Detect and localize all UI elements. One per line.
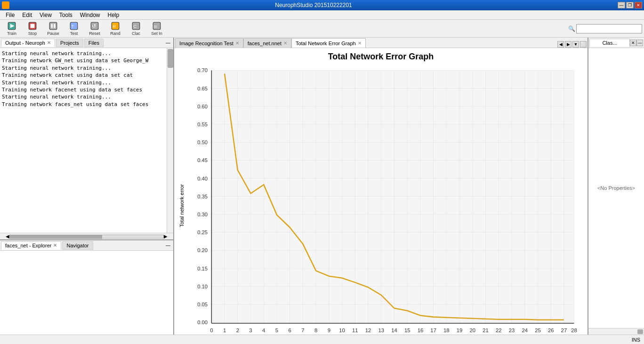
tab-dropdown[interactable]: ▼ bbox=[572, 41, 579, 48]
svg-text:0.25: 0.25 bbox=[197, 229, 208, 235]
train-label: Train bbox=[7, 31, 16, 36]
reset-label: Reset bbox=[89, 31, 100, 36]
right-scroll bbox=[588, 328, 644, 335]
right-panel-content: <No Properties> bbox=[588, 48, 644, 328]
image-recognition-close[interactable]: ✕ bbox=[235, 41, 239, 46]
tab-scroll-left[interactable]: ◀ bbox=[557, 41, 564, 48]
total-error-label: Total Network Error Graph bbox=[296, 41, 356, 46]
explorer-minimize-btn[interactable]: — bbox=[164, 242, 172, 249]
menu-view[interactable]: View bbox=[36, 11, 56, 19]
tab-explorer[interactable]: faces_net - Explorer ✕ bbox=[1, 241, 61, 250]
svg-text:27: 27 bbox=[561, 328, 567, 333]
output-minimize-btn[interactable]: — bbox=[164, 39, 172, 46]
right-panel-close[interactable]: ✕ bbox=[630, 40, 636, 46]
setin-button[interactable]: SI Set In bbox=[147, 21, 167, 37]
test-button[interactable]: T Test bbox=[64, 21, 84, 37]
rand-icon: R bbox=[110, 21, 121, 31]
scroll-right-arrow[interactable]: ▶ bbox=[164, 234, 168, 239]
right-panel-minimize[interactable]: — bbox=[636, 40, 643, 46]
svg-text:↺: ↺ bbox=[92, 23, 96, 29]
svg-text:3: 3 bbox=[249, 328, 252, 333]
horizontal-scrollbar[interactable]: ◀ ▶ bbox=[0, 233, 173, 239]
svg-rect-6 bbox=[54, 24, 55, 28]
vertical-scrollbar[interactable] bbox=[167, 48, 173, 233]
restore-btn[interactable]: ❐ bbox=[626, 2, 634, 8]
tab-files[interactable]: Files bbox=[84, 39, 104, 47]
svg-rect-4 bbox=[49, 22, 57, 30]
scroll-track[interactable] bbox=[9, 235, 164, 238]
right-panel: Clas... ✕ — <No Properties> bbox=[588, 38, 644, 335]
svg-text:24: 24 bbox=[522, 328, 528, 333]
tab-faces-net[interactable]: faces_net.nnet ✕ bbox=[243, 38, 291, 48]
svg-text:0.05: 0.05 bbox=[197, 302, 208, 307]
app-icon bbox=[2, 1, 9, 9]
right-scrollbar-thumb[interactable] bbox=[637, 329, 643, 334]
stop-button[interactable]: Stop bbox=[23, 21, 42, 37]
svg-text:4: 4 bbox=[262, 328, 265, 333]
chart-inner: 0.70 0.65 0.60 0.55 0.50 0.45 0.40 0.35 … bbox=[187, 66, 584, 335]
scroll-left-arrow[interactable]: ◀ bbox=[6, 234, 9, 239]
rand-button[interactable]: R Rand bbox=[105, 21, 125, 37]
svg-text:0.10: 0.10 bbox=[197, 284, 208, 289]
svg-text:R: R bbox=[113, 24, 115, 29]
log-line: Starting neural network training... bbox=[2, 79, 171, 86]
main-layout: Output - Neuroph ✕ Projects Files — Star… bbox=[0, 38, 644, 335]
svg-text:18: 18 bbox=[443, 328, 450, 333]
tab-total-network-error[interactable]: Total Network Error Graph ✕ bbox=[291, 38, 366, 48]
svg-text:1: 1 bbox=[223, 328, 226, 333]
explorer-tab-bar: faces_net - Explorer ✕ Navigator — bbox=[0, 240, 173, 251]
center-panel: Image Recognition Test ✕ faces_net.nnet … bbox=[174, 38, 588, 335]
menu-edit[interactable]: Edit bbox=[18, 11, 36, 19]
faces-net-label: faces_net.nnet bbox=[248, 41, 282, 46]
log-line: Training network facenet using data set … bbox=[2, 86, 171, 93]
tab-maximize[interactable]: ⬜ bbox=[580, 41, 587, 48]
svg-text:12: 12 bbox=[365, 328, 371, 333]
tab-navigator[interactable]: Navigator bbox=[62, 241, 93, 250]
svg-text:16: 16 bbox=[418, 328, 424, 333]
output-tab-close[interactable]: ✕ bbox=[47, 40, 51, 45]
faces-net-close[interactable]: ✕ bbox=[283, 41, 287, 46]
svg-text:5: 5 bbox=[275, 328, 278, 333]
right-tab-class[interactable]: Clas... bbox=[589, 39, 630, 47]
svg-text:C: C bbox=[133, 24, 137, 29]
explorer-tab-label: faces_net - Explorer bbox=[5, 243, 51, 248]
svg-text:22: 22 bbox=[496, 328, 502, 333]
svg-text:6: 6 bbox=[289, 328, 291, 333]
clac-button[interactable]: C Clac bbox=[126, 21, 146, 37]
svg-text:0.70: 0.70 bbox=[197, 67, 208, 73]
svg-text:SI: SI bbox=[153, 25, 157, 29]
svg-text:0.30: 0.30 bbox=[197, 212, 208, 217]
pause-button[interactable]: Pause bbox=[43, 21, 63, 37]
train-icon bbox=[7, 21, 17, 31]
log-line: Training network catnet using data set c… bbox=[2, 72, 171, 79]
svg-text:23: 23 bbox=[509, 328, 515, 333]
train-button[interactable]: Train bbox=[2, 21, 22, 37]
reset-button[interactable]: ↺ Reset bbox=[85, 21, 105, 37]
tab-output-neuroph[interactable]: Output - Neuroph ✕ bbox=[1, 39, 55, 47]
explorer-panel: faces_net - Explorer ✕ Navigator — bbox=[0, 240, 173, 335]
log-line: Training network GW_net using data set G… bbox=[2, 57, 171, 64]
svg-text:17: 17 bbox=[430, 328, 436, 333]
tab-image-recognition[interactable]: Image Recognition Test ✕ bbox=[175, 38, 243, 48]
title-text: NeurophStudio 201510222201 bbox=[9, 2, 618, 8]
menu-help[interactable]: Help bbox=[104, 11, 123, 19]
total-error-close[interactable]: ✕ bbox=[358, 41, 362, 46]
close-btn[interactable]: ✕ bbox=[635, 2, 642, 8]
svg-text:0.35: 0.35 bbox=[197, 194, 208, 199]
menu-file[interactable]: File bbox=[2, 11, 18, 19]
chart-area: Total Network Error Graph Total network … bbox=[174, 48, 588, 335]
tab-scroll-right[interactable]: ▶ bbox=[565, 41, 572, 48]
test-icon: T bbox=[69, 21, 79, 31]
scroll-thumb[interactable] bbox=[10, 235, 102, 239]
setin-label: Set In bbox=[151, 31, 162, 36]
svg-text:0.20: 0.20 bbox=[197, 247, 208, 253]
reset-icon: ↺ bbox=[89, 21, 100, 31]
svg-text:0.15: 0.15 bbox=[197, 266, 208, 271]
svg-text:8: 8 bbox=[314, 328, 317, 333]
minimize-btn[interactable]: — bbox=[618, 2, 625, 8]
menu-window[interactable]: Window bbox=[76, 11, 104, 19]
tab-projects[interactable]: Projects bbox=[56, 39, 83, 47]
search-input[interactable] bbox=[576, 24, 642, 33]
menu-tools[interactable]: Tools bbox=[56, 11, 76, 19]
explorer-tab-close[interactable]: ✕ bbox=[53, 243, 57, 248]
